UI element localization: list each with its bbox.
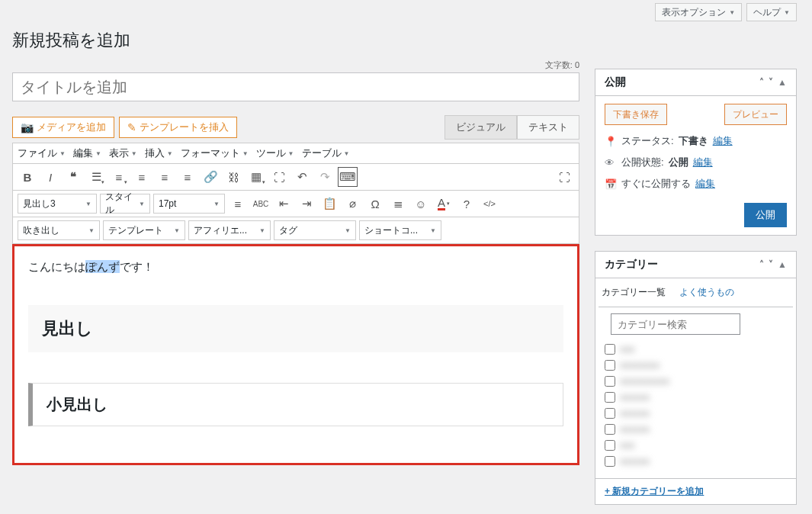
outdent-icon[interactable]: ⇤	[274, 194, 294, 214]
help-button[interactable]: ヘルプ	[746, 3, 797, 21]
table-insert-icon[interactable]: ▦▾	[246, 167, 266, 187]
save-draft-button[interactable]: 下書き保存	[605, 104, 667, 125]
indent-icon[interactable]: ⇥	[297, 194, 316, 214]
page-title: 新規投稿を追加	[12, 29, 579, 52]
bold-icon[interactable]: B	[18, 167, 37, 187]
panel-toggle-icon[interactable]: ▲	[778, 77, 787, 88]
category-item[interactable]: xxx	[605, 437, 787, 453]
panel-down-icon[interactable]: ˅	[769, 77, 773, 88]
keyboard-icon[interactable]: ⌨	[338, 167, 358, 187]
hr-icon[interactable]: ≣	[388, 194, 408, 214]
shortcode-select[interactable]: ショートコ...	[359, 220, 441, 240]
status-value: 下書き	[679, 134, 708, 148]
visibility-edit-link[interactable]: 編集	[693, 156, 713, 169]
category-item[interactable]: xxx	[605, 341, 787, 357]
text-color-icon[interactable]: A▾	[434, 194, 454, 214]
category-item[interactable]: xxxxxxxx	[605, 357, 787, 373]
affiliate-select[interactable]: アフィリエ...	[188, 220, 271, 240]
category-checkbox[interactable]	[605, 344, 615, 355]
category-item[interactable]: xxxxxx	[605, 389, 787, 405]
screen-options-button[interactable]: 表示オプション	[655, 3, 742, 21]
category-checkbox[interactable]	[605, 440, 615, 451]
preview-button[interactable]: プレビュー	[724, 104, 787, 125]
menu-file[interactable]: ファイル	[18, 146, 66, 160]
menu-insert[interactable]: 挿入	[145, 146, 173, 160]
align-left-icon[interactable]: ≡	[132, 167, 152, 187]
status-edit-link[interactable]: 編集	[713, 134, 733, 148]
visibility-label: 公開状態:	[621, 156, 664, 169]
menu-table[interactable]: テーブル	[302, 146, 350, 160]
category-item[interactable]: xxxxxx	[605, 421, 787, 437]
italic-icon[interactable]: I	[40, 167, 60, 187]
category-checkbox[interactable]	[605, 456, 615, 467]
publish-button[interactable]: 公開	[744, 203, 787, 227]
menu-format[interactable]: フォーマット	[181, 146, 249, 160]
panel-down-icon[interactable]: ˅	[769, 259, 773, 270]
add-media-button[interactable]: 📷メディアを追加	[12, 117, 114, 138]
panel-up-icon[interactable]: ˄	[759, 77, 764, 88]
editor-heading-2: 見出し	[28, 305, 563, 352]
pin-icon: 📍	[605, 136, 617, 147]
publish-panel-title: 公開	[605, 75, 626, 89]
tab-visual[interactable]: ビジュアル	[445, 115, 517, 140]
number-list-icon[interactable]: ≡▾	[109, 167, 129, 187]
category-checkbox[interactable]	[605, 360, 615, 371]
blockquote-icon[interactable]: ❝	[63, 167, 83, 187]
fontsize-select[interactable]: 17pt	[153, 194, 225, 214]
category-list[interactable]: xxx xxxxxxxx xxxxxxxxxx xxxxxx xxxxxx xx…	[602, 341, 790, 478]
publish-panel: 公開 ˄ ˅ ▲ 下書き保存 プレビュー 📍 ステータス: 下書き	[595, 69, 797, 236]
editor-menu-bar: ファイル 編集 表示 挿入 フォーマット ツール テーブル	[12, 143, 579, 164]
tab-all-categories[interactable]: カテゴリー一覧	[599, 283, 669, 302]
menu-view[interactable]: 表示	[109, 146, 137, 160]
tag-select[interactable]: タグ	[274, 220, 356, 240]
align-center-icon[interactable]: ≡	[155, 167, 175, 187]
char-count-label: 文字数: 0	[12, 59, 579, 71]
schedule-label: すぐに公開する	[621, 177, 691, 191]
heading-select[interactable]: 見出し3	[18, 194, 97, 214]
insert-template-button[interactable]: ✎テンプレートを挿入	[119, 117, 237, 138]
strikethrough-icon[interactable]: ABC	[251, 194, 271, 214]
toolbar-row-1: B I ❝ ☰▾ ≡▾ ≡ ≡ ≡ 🔗 ⛓ ▦▾ ⛶ ↶ ↷ ⌨ ⛶	[12, 164, 579, 191]
category-item[interactable]: xxxxxxxxxx	[605, 373, 787, 389]
category-checkbox[interactable]	[605, 376, 615, 387]
menu-tools[interactable]: ツール	[256, 146, 294, 160]
category-item[interactable]: xxxxxx	[605, 453, 787, 469]
panel-up-icon[interactable]: ˄	[759, 259, 764, 270]
special-char-icon[interactable]: Ω	[365, 194, 385, 214]
eye-icon: 👁	[605, 157, 617, 169]
justify-icon[interactable]: ≡	[228, 194, 248, 214]
category-checkbox[interactable]	[605, 392, 615, 403]
bullet-list-icon[interactable]: ☰▾	[86, 167, 106, 187]
template-select[interactable]: テンプレート	[103, 220, 185, 240]
tab-popular-categories[interactable]: よく使うもの	[676, 283, 737, 302]
paste-icon[interactable]: 📋	[319, 194, 339, 214]
status-label: ステータス:	[621, 134, 674, 148]
fullscreen-icon[interactable]: ⛶	[269, 167, 289, 187]
schedule-edit-link[interactable]: 編集	[695, 177, 715, 191]
editor-heading-3: 小見出し	[28, 383, 563, 426]
clear-format-icon[interactable]: ⌀	[342, 194, 362, 214]
panel-toggle-icon[interactable]: ▲	[778, 259, 787, 270]
toolbar-row-3: 吹き出し テンプレート アフィリエ... タグ ショートコ...	[12, 217, 579, 244]
category-checkbox[interactable]	[605, 408, 615, 419]
menu-edit[interactable]: 編集	[73, 146, 101, 160]
code-icon[interactable]: </>	[480, 194, 499, 214]
emoji-icon[interactable]: ☺	[411, 194, 431, 214]
tab-text[interactable]: テキスト	[517, 115, 579, 140]
style-select[interactable]: スタイル	[100, 194, 150, 214]
category-item[interactable]: xxxxxx	[605, 405, 787, 421]
undo-icon[interactable]: ↶	[292, 167, 312, 187]
expand-toolbar-icon[interactable]: ⛶	[554, 167, 574, 187]
post-title-input[interactable]	[12, 72, 579, 101]
editor-content-area[interactable]: こんにちはぽんずです！ 見出し 小見出し	[12, 244, 579, 465]
redo-icon[interactable]: ↷	[315, 167, 335, 187]
help-icon[interactable]: ?	[457, 194, 477, 214]
align-right-icon[interactable]: ≡	[178, 167, 197, 187]
balloon-select[interactable]: 吹き出し	[18, 220, 100, 240]
category-checkbox[interactable]	[605, 424, 615, 435]
category-search-input[interactable]	[611, 313, 740, 335]
add-media-label: メディアを追加	[37, 120, 106, 134]
link-icon[interactable]: 🔗	[201, 167, 220, 187]
unlink-icon[interactable]: ⛓	[223, 167, 243, 187]
add-new-category-link[interactable]: + 新規カテゴリーを追加	[595, 478, 796, 504]
